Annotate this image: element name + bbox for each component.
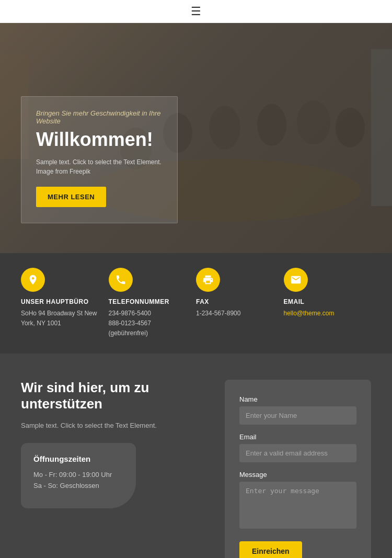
- phone-label: TELEFONNUMMER: [109, 298, 170, 305]
- email-icon: [290, 274, 302, 286]
- email-form-group: Email: [239, 433, 356, 462]
- location-label: UNSER HAUPTBÜRO: [21, 298, 89, 305]
- contact-item-fax: FAX 1-234-567-8900: [196, 268, 284, 339]
- phone-icon: [115, 274, 126, 286]
- contact-bar: UNSER HAUPTBÜRO SoHo 94 Broadway St New …: [0, 253, 392, 354]
- fax-icon-circle: [196, 268, 220, 292]
- hero-content-box: Bringen Sie mehr Geschwindigkeit in Ihre…: [21, 96, 178, 223]
- hero-subtitle: Bringen Sie mehr Geschwindigkeit in Ihre…: [36, 109, 163, 125]
- name-form-group: Name: [239, 395, 356, 425]
- contact-item-location: UNSER HAUPTBÜRO SoHo 94 Broadway St New …: [21, 268, 109, 339]
- fax-label: FAX: [196, 298, 209, 305]
- message-label: Message: [239, 471, 356, 479]
- hours-box: Öffnungszeiten Mo - Fr: 09:00 - 19:00 Uh…: [21, 443, 136, 508]
- hamburger-icon[interactable]: ☰: [191, 5, 201, 18]
- phone-value: 234-9876-5400 888-0123-4567 (gebührenfre…: [109, 309, 191, 339]
- bottom-left: Wir sind hier, um zu unterstützen Sample…: [21, 380, 209, 509]
- mehr-lesen-button[interactable]: MEHR LESEN: [36, 187, 106, 207]
- hours-row-weekday: Mo - Fr: 09:00 - 19:00 Uhr: [33, 471, 123, 479]
- hero-text: Sample text. Click to select the Text El…: [36, 157, 163, 176]
- submit-button[interactable]: Einreichen: [239, 541, 302, 558]
- message-form-group: Message: [239, 471, 356, 531]
- location-icon: [27, 274, 39, 286]
- message-input[interactable]: [239, 482, 356, 529]
- email-link[interactable]: hello@theme.com: [284, 310, 335, 317]
- hero-section: Bringen Sie mehr Geschwindigkeit in Ihre…: [0, 23, 392, 253]
- location-value: SoHo 94 Broadway St New York, NY 1001: [21, 309, 103, 328]
- hours-title: Öffnungszeiten: [33, 454, 123, 463]
- hours-row-weekend: Sa - So: Geschlossen: [33, 482, 123, 489]
- name-input[interactable]: [239, 406, 356, 425]
- support-text: Sample text. Click to select the Text El…: [21, 420, 209, 431]
- email-input[interactable]: [239, 444, 356, 462]
- contact-form-card: Name Email Message Einreichen: [225, 380, 371, 558]
- header: ☰: [0, 0, 392, 23]
- contact-item-email: EMAIL hello@theme.com: [284, 268, 372, 339]
- name-label: Name: [239, 395, 356, 403]
- fax-value: 1-234-567-8900: [196, 309, 240, 318]
- bottom-section: Wir sind hier, um zu unterstützen Sample…: [0, 354, 392, 558]
- phone-icon-circle: [109, 268, 133, 292]
- email-value: hello@theme.com: [284, 309, 335, 318]
- contact-item-phone: TELEFONNUMMER 234-9876-5400 888-0123-456…: [109, 268, 197, 339]
- location-icon-circle: [21, 268, 45, 292]
- email-label: EMAIL: [284, 298, 305, 305]
- hero-title: Willkommen!: [36, 129, 163, 150]
- email-label: Email: [239, 433, 356, 441]
- support-title: Wir sind hier, um zu unterstützen: [21, 380, 209, 412]
- email-icon-circle: [284, 268, 308, 292]
- fax-icon: [202, 274, 214, 286]
